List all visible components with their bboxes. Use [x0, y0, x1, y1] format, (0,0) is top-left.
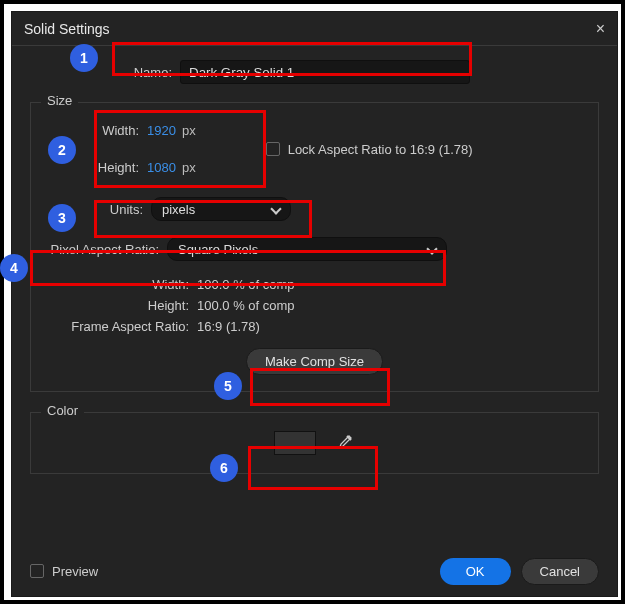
- preview-checkbox[interactable]: [30, 564, 44, 578]
- info-far-label: Frame Aspect Ratio:: [47, 319, 197, 334]
- annotation-num-4: 4: [0, 254, 28, 282]
- info-height-value: 100.0 % of comp: [197, 298, 295, 313]
- cancel-button[interactable]: Cancel: [521, 558, 599, 585]
- size-group: Size Width: 1920 px Height: 1080 px: [30, 102, 599, 392]
- info-width-label: Width:: [47, 277, 197, 292]
- annotation-num-1: 1: [70, 44, 98, 72]
- close-icon[interactable]: ×: [596, 20, 605, 38]
- width-units: px: [182, 123, 196, 138]
- screenshot-frame: Solid Settings × Name: Size Width: 1920 …: [0, 0, 625, 604]
- info-width-value: 100.0 % of comp: [197, 277, 295, 292]
- titlebar: Solid Settings ×: [12, 12, 617, 46]
- solid-settings-dialog: Solid Settings × Name: Size Width: 1920 …: [11, 11, 618, 597]
- par-dropdown[interactable]: Square Pixels: [167, 237, 447, 261]
- preview-label: Preview: [52, 564, 98, 579]
- dialog-title: Solid Settings: [24, 21, 110, 37]
- width-label: Width:: [87, 123, 147, 138]
- size-legend: Size: [41, 93, 78, 108]
- info-height-label: Height:: [47, 298, 197, 313]
- size-info: Width: 100.0 % of comp Height: 100.0 % o…: [47, 277, 582, 334]
- color-swatch[interactable]: [274, 431, 316, 455]
- info-far-value: 16:9 (1.78): [197, 319, 260, 334]
- name-input[interactable]: [180, 60, 470, 84]
- name-label: Name:: [130, 65, 180, 80]
- ok-button[interactable]: OK: [440, 558, 511, 585]
- units-dropdown[interactable]: pixels: [151, 197, 291, 221]
- height-input[interactable]: 1080: [147, 160, 176, 175]
- make-comp-size-button[interactable]: Make Comp Size: [246, 348, 383, 375]
- par-value: Square Pixels: [178, 242, 258, 257]
- lock-aspect-checkbox[interactable]: [266, 142, 280, 156]
- color-group: Color: [30, 412, 599, 474]
- units-label: Units:: [107, 202, 151, 217]
- width-input[interactable]: 1920: [147, 123, 176, 138]
- chevron-down-icon: [426, 243, 437, 254]
- units-value: pixels: [162, 202, 195, 217]
- lock-aspect-label: Lock Aspect Ratio to 16:9 (1.78): [288, 142, 473, 157]
- height-units: px: [182, 160, 196, 175]
- height-label: Height:: [87, 160, 147, 175]
- eyedropper-icon[interactable]: [332, 431, 356, 455]
- par-label: Pixel Aspect Ratio:: [47, 242, 167, 257]
- dialog-footer: Preview OK Cancel: [12, 546, 617, 596]
- chevron-down-icon: [270, 203, 281, 214]
- color-legend: Color: [41, 403, 84, 418]
- dialog-body: Name: Size Width: 1920 px Height:: [12, 46, 617, 546]
